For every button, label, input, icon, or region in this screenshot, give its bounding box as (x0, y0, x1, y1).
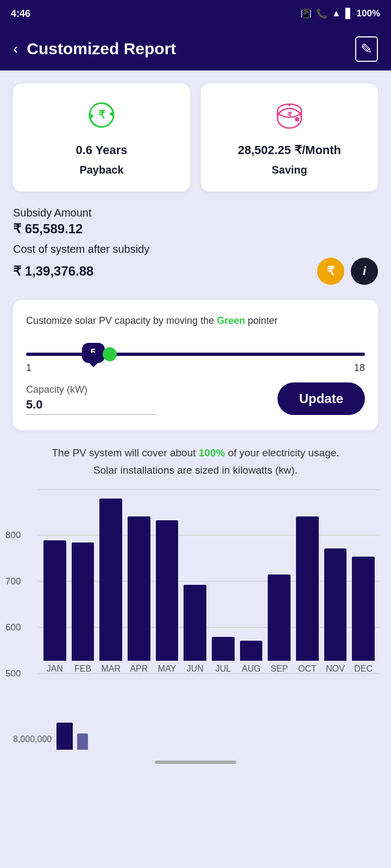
bar-group-sep: SEP (268, 489, 291, 674)
status-bar: 4:46 📳 📞 ▲ ▋ 100% (0, 0, 391, 27)
bottom-bar-2 (77, 733, 88, 750)
home-indicator (0, 750, 391, 769)
bar-group-jul: JUL (212, 489, 235, 674)
bar-group-jan: JAN (43, 489, 66, 674)
slider-card: Customize solar PV capacity by moving th… (13, 300, 378, 430)
payback-label: Payback (79, 164, 123, 176)
saving-card: ₹ 28,502.25 ₹/Month Saving (201, 84, 378, 192)
subsidy-section: Subsidy Amount ₹ 65,589.12 Cost of syste… (13, 207, 378, 285)
payback-icon: ₹ (85, 99, 118, 137)
bar-jun (184, 585, 206, 661)
status-time: 4:46 (11, 8, 30, 20)
bars-area: JANFEBMARAPRMAYJUNJULAUGSEPOCTNOVDEC (38, 489, 380, 674)
bar-group-may: MAY (156, 489, 179, 674)
payback-value: 0.6 Years (75, 143, 127, 157)
capacity-value: 5.0 (26, 398, 156, 415)
page-title: Customized Report (27, 40, 176, 58)
bar-nov (324, 548, 347, 661)
home-bar (155, 761, 236, 764)
bar-chart-container: 800 700 600 500 JANFEBMARAPRMAYJUNJULAUG… (0, 489, 391, 695)
wifi-icon: ▲ (332, 8, 341, 19)
summary-cards: ₹ 0.6 Years Payback (13, 84, 378, 192)
grid-label-600: 600 (5, 622, 21, 633)
info-button[interactable]: i (351, 258, 378, 285)
green-text: Green (217, 315, 245, 326)
bottom-chart-preview: 8,000,000 (0, 695, 391, 750)
bar-label-jun: JUN (187, 664, 204, 674)
bar-chart: 800 700 600 500 JANFEBMARAPRMAYJUNJULAUG… (0, 489, 391, 695)
bar-label-jul: JUL (216, 664, 231, 674)
saving-value: 28,502.25 ₹/Month (238, 143, 341, 157)
bar-group-mar: MAR (99, 489, 122, 674)
bar-oct (296, 516, 319, 661)
grid-label-800: 800 (5, 530, 21, 541)
grid-label-700: 700 (5, 576, 21, 587)
signal-icon: ▋ (345, 8, 352, 20)
cost-label: Cost of system after subsidy (13, 243, 378, 256)
slider-container: 5 1 18 (26, 348, 365, 374)
bar-group-nov: NOV (324, 489, 347, 674)
bar-label-sep: SEP (270, 664, 288, 674)
capacity-row: Capacity (kW) 5.0 Update (26, 382, 365, 415)
saving-icon: ₹ (273, 99, 306, 137)
bottom-bars (56, 723, 378, 750)
slider-min: 1 (26, 362, 31, 374)
bar-label-dec: DEC (354, 664, 373, 674)
capacity-label: Capacity (kW) (26, 384, 156, 395)
slider-hint: Customize solar PV capacity by moving th… (26, 315, 365, 327)
bar-aug (240, 641, 263, 661)
subsidy-label: Subsidy Amount (13, 207, 378, 219)
icon-buttons: ₹ i (317, 258, 378, 285)
saving-label: Saving (272, 164, 307, 176)
bar-apr (128, 516, 150, 661)
page-header: ‹ Customized Report ✎ (0, 27, 391, 71)
bar-dec (352, 557, 375, 661)
bar-label-jan: JAN (47, 664, 63, 674)
bar-sep (268, 575, 291, 661)
edit-button[interactable]: ✎ (355, 36, 378, 62)
call-icon: 📞 (316, 8, 327, 20)
bar-label-apr: APR (130, 664, 148, 674)
cost-row: ₹ 1,39,376.88 ₹ i (13, 258, 378, 285)
bar-jul (212, 637, 235, 661)
grid-label-500: 500 (5, 668, 21, 679)
bar-label-nov: NOV (326, 664, 345, 674)
svg-point-8 (295, 117, 299, 122)
bar-label-feb: FEB (74, 664, 91, 674)
coverage-sub: Solar installations are sized in kilowat… (13, 464, 378, 476)
back-button[interactable]: ‹ (13, 40, 18, 58)
bar-jan (43, 540, 66, 661)
bar-label-mar: MAR (101, 664, 121, 674)
bar-label-may: MAY (158, 664, 176, 674)
bottom-chart-label: 8,000,000 (13, 735, 56, 750)
bar-feb (72, 542, 94, 661)
bar-group-oct: OCT (296, 489, 319, 674)
coverage-percent: 100% (199, 447, 225, 458)
svg-marker-2 (109, 111, 113, 117)
subsidy-value: ₹ 65,589.12 (13, 221, 378, 237)
svg-text:₹: ₹ (287, 111, 292, 119)
bar-label-aug: AUG (242, 664, 261, 674)
cost-value: ₹ 1,39,376.88 (13, 264, 93, 279)
svg-text:₹: ₹ (98, 108, 105, 120)
slider-max: 18 (354, 362, 365, 374)
bar-label-oct: OCT (298, 664, 317, 674)
main-content: ₹ 0.6 Years Payback (0, 71, 391, 476)
coverage-text: The PV system will cover about 100% of y… (13, 445, 378, 461)
bar-mar (99, 499, 122, 661)
bar-may (156, 520, 179, 661)
bottom-bar-1 (56, 723, 73, 750)
bar-group-feb: FEB (72, 489, 94, 674)
vibrate-icon: 📳 (300, 8, 312, 20)
bar-group-apr: APR (128, 489, 150, 674)
update-button[interactable]: Update (278, 382, 365, 415)
battery-icon: 100% (357, 8, 380, 19)
slider-minmax: 1 18 (26, 362, 365, 374)
capacity-slider[interactable] (26, 353, 365, 356)
bar-group-dec: DEC (352, 489, 375, 674)
bar-group-jun: JUN (184, 489, 206, 674)
rupee-button[interactable]: ₹ (317, 258, 344, 285)
slider-track (26, 348, 365, 358)
payback-card: ₹ 0.6 Years Payback (13, 84, 190, 192)
bar-group-aug: AUG (240, 489, 263, 674)
